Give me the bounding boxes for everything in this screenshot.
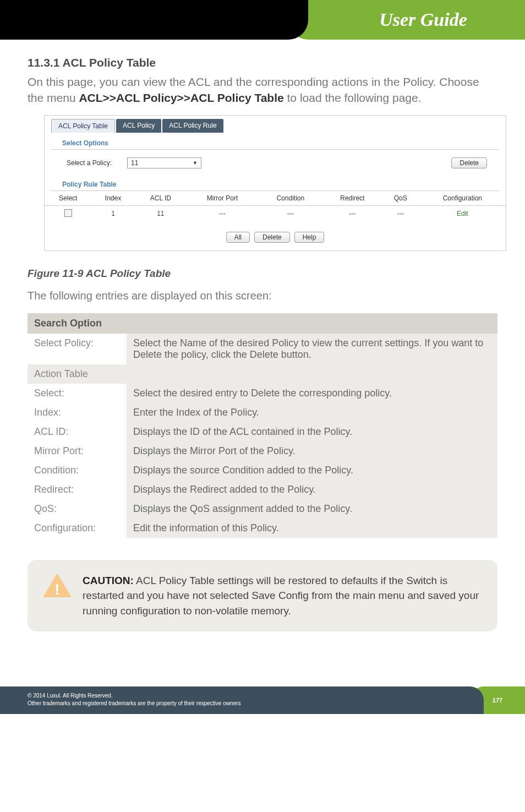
footer-line1: © 2014 Luxul. All Rights Reserved. [28,692,484,700]
col-index: Index [92,191,135,206]
label-acl-id: ACL ID: [28,422,127,442]
col-acl-id: ACL ID [135,191,187,206]
label-index: Index: [28,403,127,422]
label-select: Select: [28,384,127,403]
footer-copyright: © 2014 Luxul. All Rights Reserved. Other… [0,686,484,714]
label-redirect: Redirect: [28,480,127,499]
col-condition: Condition [258,191,323,206]
bottom-button-row: All Delete Help [45,228,506,250]
desc-acl-id: Displays the ID of the ACL contained in … [127,422,497,442]
tab-bar: ACL Policy Table ACL Policy ACL Policy R… [45,116,506,133]
cell-mirror-port: --- [187,205,258,222]
cell-redirect: --- [323,205,382,222]
info-table: Search Option Select Policy: Select the … [28,313,497,538]
banner-left-black [0,0,308,40]
caution-box: CAUTION: ACL Policy Table settings will … [28,560,497,632]
info-row: Index: Enter the Index of the Policy. [28,403,497,422]
dropdown-value: 11 [131,159,138,167]
desc-redirect: Displays the Redirect added to the Polic… [127,480,497,499]
tab-acl-policy-rule[interactable]: ACL Policy Rule [162,119,223,133]
select-options-label: Select Options [51,133,499,150]
table-header-row: Select Index ACL ID Mirror Port Conditio… [45,191,506,206]
col-configuration: Configuration [419,191,506,206]
chevron-down-icon: ▼ [193,160,198,166]
desc-action-table [127,364,497,384]
col-qos: QoS [382,191,419,206]
cell-qos: --- [382,205,419,222]
label-configuration: Configuration: [28,519,127,538]
desc-index: Enter the Index of the Policy. [127,403,497,422]
figure-caption: Figure 11-9 ACL Policy Table [28,268,497,280]
policy-rule-table: Select Index ACL ID Mirror Port Conditio… [45,191,506,222]
select-policy-dropdown[interactable]: 11 ▼ [127,157,201,168]
all-button[interactable]: All [226,232,250,243]
intro-bold: ACL>>ACL Policy>>ACL Policy Table [79,91,283,104]
info-row: ACL ID: Displays the ID of the ACL conta… [28,422,497,442]
label-qos: QoS: [28,499,127,519]
banner-right-green: User Guide [288,0,525,40]
caution-label: CAUTION: [83,575,134,586]
info-row: Configuration: Edit the information of t… [28,519,497,538]
delete-button-bottom[interactable]: Delete [254,232,290,243]
delete-button-top[interactable]: Delete [451,157,487,168]
intro-post: to load the following page. [284,91,422,104]
cell-index: 1 [92,205,135,222]
warning-icon [43,573,72,619]
col-redirect: Redirect [323,191,382,206]
entries-intro: The following entries are displayed on t… [28,290,497,302]
label-select-policy: Select Policy: [28,334,127,364]
label-condition: Condition: [28,461,127,480]
desc-mirror-port: Displays the Mirror Port of the Policy. [127,442,497,461]
policy-rule-table-label: Policy Rule Table [51,174,499,191]
page-footer: © 2014 Luxul. All Rights Reserved. Other… [0,686,525,714]
label-action-table: Action Table [28,364,127,384]
cell-acl-id: 11 [135,205,187,222]
caution-body: ACL Policy Table settings will be restor… [83,575,479,617]
page-content: 11.3.1 ACL Policy Table On this page, yo… [0,56,525,631]
search-option-header: Search Option [28,313,497,334]
col-mirror-port: Mirror Port [187,191,258,206]
top-banner: User Guide [0,0,525,40]
caution-text: CAUTION: ACL Policy Table settings will … [83,573,482,619]
cell-edit-link[interactable]: Edit [419,205,506,222]
footer-line2: Other trademarks and registered trademar… [28,700,484,707]
cell-condition: --- [258,205,323,222]
tab-acl-policy-table[interactable]: ACL Policy Table [51,119,115,133]
info-row-action-table: Action Table [28,364,497,384]
desc-configuration: Edit the information of this Policy. [127,519,497,538]
label-mirror-port: Mirror Port: [28,442,127,461]
info-table-header: Search Option [28,313,497,334]
info-row: Select: Select the desired entry to Dele… [28,384,497,403]
desc-select-policy: Select the Name of the desired Policy to… [127,334,497,364]
intro-paragraph: On this page, you can view the ACL and t… [28,74,497,106]
select-policy-label: Select a Policy: [67,159,127,167]
desc-qos: Displays the QoS assignment added to the… [127,499,497,519]
desc-condition: Displays the source Condition added to t… [127,461,497,480]
info-row: Redirect: Displays the Redirect added to… [28,480,497,499]
tab-acl-policy[interactable]: ACL Policy [116,119,161,133]
info-row: QoS: Displays the QoS assignment added t… [28,499,497,519]
info-row: Mirror Port: Displays the Mirror Port of… [28,442,497,461]
screenshot-panel: ACL Policy Table ACL Policy ACL Policy R… [44,115,506,251]
row-checkbox[interactable] [64,209,72,217]
banner-title: User Guide [379,9,467,30]
table-row: 1 11 --- --- --- --- Edit [45,205,506,222]
col-select: Select [45,191,92,206]
desc-select: Select the desired entry to Delete the c… [127,384,497,403]
info-row: Condition: Displays the source Condition… [28,461,497,480]
section-heading: 11.3.1 ACL Policy Table [28,56,497,69]
info-row: Select Policy: Select the Name of the de… [28,334,497,364]
help-button[interactable]: Help [294,232,325,243]
